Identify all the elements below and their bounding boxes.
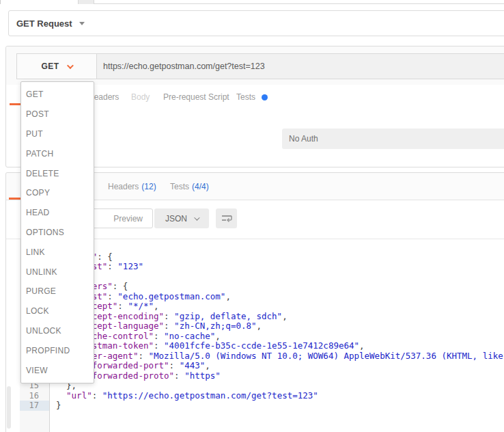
scrollbar-thumb[interactable] <box>7 386 11 429</box>
method-option-options[interactable]: OPTIONS <box>21 223 94 243</box>
url-bar: GET https://echo.getpostman.com/get?test… <box>16 53 504 79</box>
method-select[interactable]: GET <box>17 54 97 79</box>
tab-count-badge: (4/4) <box>192 182 209 191</box>
line-number: 17 <box>20 401 49 411</box>
method-option-head[interactable]: HEAD <box>21 203 94 223</box>
request-title: GET Request <box>16 18 72 29</box>
response-tab-headers[interactable]: Headers(12) <box>108 182 156 191</box>
method-dropdown: GETPOSTPUTPATCHDELETECOPYHEADOPTIONSLINK… <box>20 81 94 383</box>
method-option-unlink[interactable]: UNLINK <box>21 262 94 282</box>
method-option-get[interactable]: GET <box>21 85 94 105</box>
chevron-down-icon <box>194 215 199 220</box>
code-line: "accept-language": "zh-CN,zh;q=0.8", <box>56 321 504 332</box>
auth-type-value: No Auth <box>289 134 318 144</box>
method-option-view[interactable]: VIEW <box>21 360 94 380</box>
response-tab-tests[interactable]: Tests(4/4) <box>170 182 209 191</box>
request-tab-active[interactable] <box>0 0 79 4</box>
request-title-card[interactable]: GET Request <box>8 10 504 36</box>
format-label: JSON <box>165 214 187 224</box>
wrap-text-button[interactable] <box>216 208 237 228</box>
postman-window: GET Request GET https://echo.getpostman.… <box>0 0 504 432</box>
method-label: GET <box>42 62 59 71</box>
text-wrap-icon <box>221 214 233 224</box>
code-line: "url": "https://echo.getpostman.com/get?… <box>56 391 504 401</box>
code-line: "accept-encoding": "gzip, deflate, sdch"… <box>56 312 504 322</box>
code-line: "x-forwarded-port": "443", <box>56 361 504 371</box>
code-line: }, <box>56 272 504 282</box>
code-line: "test": "123" <box>56 262 504 272</box>
caret-down-icon <box>79 22 85 25</box>
method-option-unlock[interactable]: UNLOCK <box>21 321 94 341</box>
method-option-purge[interactable]: PURGE <box>21 282 94 301</box>
code-line: "host": "echo.getpostman.com", <box>56 292 504 302</box>
url-input[interactable]: https://echo.getpostman.com/get?test=123 <box>97 54 504 79</box>
code-line: "postman-token": "4001fcfe-b35c-ccde-1e5… <box>56 341 504 351</box>
request-tab-pre-request-script[interactable]: Pre-request Script <box>163 92 229 102</box>
code-line: "accept": "*/*", <box>56 301 504 312</box>
method-option-post[interactable]: POST <box>21 105 94 124</box>
chevron-down-icon <box>67 62 74 69</box>
auth-type-select[interactable]: No Auth <box>282 129 504 149</box>
method-option-propfind[interactable]: PROPFIND <box>21 340 94 360</box>
preview-label: Preview <box>113 214 143 224</box>
method-option-put[interactable]: PUT <box>21 124 94 144</box>
code-line: "args": { <box>56 252 504 262</box>
method-option-delete[interactable]: DELETE <box>21 163 94 183</box>
tests-status-dot-icon <box>262 94 268 100</box>
code-line: } <box>56 401 504 411</box>
code-line: "headers": { <box>56 282 504 292</box>
code-line: }, <box>56 381 504 391</box>
code-line: { <box>56 242 504 252</box>
format-select[interactable]: JSON <box>154 208 209 228</box>
code-line: "user-agent": "Mozilla/5.0 (Windows NT 1… <box>56 351 504 362</box>
tab-count-badge: (12) <box>141 182 156 191</box>
line-number: 16 <box>20 391 49 401</box>
code-line: "cache-control": "no-cache", <box>56 332 504 342</box>
request-tab-body[interactable]: Body <box>131 92 150 102</box>
response-json-code[interactable]: { "args": { "test": "123" }, "headers": … <box>51 239 504 432</box>
method-option-lock[interactable]: LOCK <box>21 301 94 321</box>
window-tab-bar <box>0 0 504 4</box>
code-line: "x-forwarded-proto": "https" <box>56 371 504 381</box>
method-option-link[interactable]: LINK <box>21 242 94 262</box>
request-tab-tests[interactable]: Tests <box>236 92 268 102</box>
new-tab-button[interactable] <box>79 0 94 4</box>
method-option-copy[interactable]: COPY <box>21 183 94 203</box>
method-option-patch[interactable]: PATCH <box>21 144 94 163</box>
url-text: https://echo.getpostman.com/get?test=123 <box>103 62 265 71</box>
